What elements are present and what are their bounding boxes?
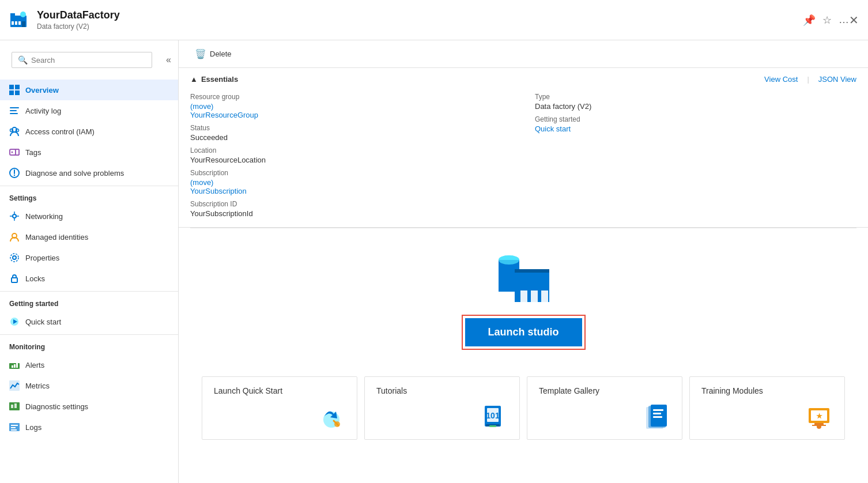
subscription-id-row: Subscription ID YourSubscriptionId [190,198,512,220]
header-title-group: YourDataFactory Data factory (V2) [37,9,794,31]
svg-rect-67 [653,413,661,414]
subscription-id-value: YourSubscriptionId [190,209,512,218]
essentials-left: Resource group (move) YourResourceGroup … [190,90,512,220]
alerts-icon [9,360,20,370]
svg-rect-47 [11,429,17,431]
sidebar-item-logs[interactable]: Logs [0,417,178,437]
close-button[interactable]: ✕ [849,13,859,27]
sidebar-search-row: 🔍 « [0,40,178,80]
status-row: Status Succeeded [190,122,512,144]
tutorials-title: Tutorials [376,386,407,395]
svg-rect-2 [15,21,17,25]
svg-rect-37 [12,365,13,368]
sidebar-item-managed-identities[interactable]: Managed identities [0,227,178,247]
location-value: YourResourceLocation [190,156,512,164]
sidebar-item-label: Diagnostic settings [25,402,88,411]
sidebar-item-label: Managed identities [25,233,88,242]
sidebar-item-locks[interactable]: Locks [0,268,178,289]
svg-rect-39 [16,363,18,368]
sidebar-item-overview[interactable]: Overview [0,80,178,100]
svg-rect-7 [9,85,14,89]
essentials-collapse-icon[interactable]: ▲ [190,75,198,84]
subscription-id-label: Subscription ID [190,200,512,208]
essentials-header: ▲ Essentials View Cost | JSON View [190,75,856,84]
sidebar-item-label: Networking [25,212,63,221]
svg-rect-68 [653,416,662,418]
sidebar: 🔍 « Overview A [0,40,179,483]
svg-rect-46 [11,427,16,428]
launch-quick-start-icon [318,402,345,430]
monitoring-section-label: Monitoring [0,334,178,354]
type-label: Type [535,93,856,101]
sidebar-item-metrics[interactable]: Metrics [0,375,178,396]
svg-rect-42 [11,405,13,408]
sidebar-item-tags[interactable]: Tags [0,142,178,163]
metrics-icon [9,380,20,391]
launch-studio-button[interactable]: Launch studio [465,318,582,346]
svg-rect-1 [12,21,14,25]
status-label: Status [190,124,512,132]
svg-rect-3 [18,21,21,25]
managed-identities-icon [9,232,20,242]
sidebar-item-properties[interactable]: Properties [0,247,178,268]
search-box[interactable]: 🔍 [12,52,152,68]
training-modules-card[interactable]: Training Modules ★ [689,376,845,440]
svg-rect-43 [14,403,17,408]
sidebar-item-label: Activity log [25,107,61,115]
getting-started-value: Quick start [535,124,856,133]
toolbar: 🗑️ Delete [179,40,868,68]
subscription-label: Subscription [190,169,512,177]
essentials-grid: Resource group (move) YourResourceGroup … [190,90,856,220]
essentials-right: Type Data factory (V2) Getting started Q… [535,90,856,220]
move-subscription-link[interactable]: (move) [190,178,213,187]
pin-icon[interactable]: 📌 [803,14,816,27]
getting-started-section-label: Getting started [0,291,178,311]
svg-rect-38 [14,364,16,368]
quick-start-link[interactable]: Quick start [535,124,571,133]
view-cost-link[interactable]: View Cost [764,75,798,84]
svg-rect-52 [520,290,527,302]
sidebar-item-label: Alerts [25,361,44,369]
locks-icon [9,273,20,284]
sidebar-item-diagnostic-settings[interactable]: Diagnostic settings [0,396,178,417]
search-input[interactable] [31,56,146,65]
json-view-link[interactable]: JSON View [818,75,856,84]
template-gallery-card[interactable]: Template Gallery [527,376,682,440]
type-value: Data factory (V2) [535,102,856,111]
svg-point-16 [16,129,19,132]
logs-icon [9,422,20,432]
tags-icon [9,147,20,157]
sidebar-item-access-control[interactable]: Access control (IAM) [0,121,178,142]
more-options-icon[interactable]: … [839,14,849,26]
svg-rect-65 [651,405,667,427]
svg-rect-66 [653,409,663,411]
sidebar-item-label: Properties [25,254,59,262]
svg-point-24 [14,175,15,176]
resource-group-label: Resource group [190,93,512,101]
app-subtitle: Data factory (V2) [37,22,794,31]
svg-rect-62 [489,425,496,427]
factory-icon [489,251,558,309]
svg-point-50 [499,255,519,265]
sidebar-item-networking[interactable]: Networking [0,206,178,227]
sidebar-item-alerts[interactable]: Alerts [0,354,178,375]
getting-started-label: Getting started [535,115,856,123]
location-label: Location [190,146,512,154]
subscription-link[interactable]: YourSubscription [190,187,247,195]
resource-group-link[interactable]: YourResourceGroup [190,111,258,119]
launch-quick-start-card[interactable]: Launch Quick Start [202,376,357,440]
sidebar-item-activity-log[interactable]: Activity log [0,100,178,121]
type-row: Type Data factory (V2) [535,90,856,113]
app-title: YourDataFactory [37,9,794,21]
star-icon[interactable]: ☆ [822,14,832,27]
overview-icon [9,85,20,95]
sidebar-item-quick-start[interactable]: Quick start [0,311,178,332]
move-resource-group-link[interactable]: (move) [190,102,213,111]
training-modules-icon: ★ [805,402,833,430]
tutorials-card[interactable]: Tutorials 101 [364,376,520,440]
collapse-button[interactable]: « [164,52,173,67]
subscription-value: (move) YourSubscription [190,178,512,195]
sidebar-item-diagnose[interactable]: Diagnose and solve problems [0,163,178,183]
getting-started-row: Getting started Quick start [535,113,856,135]
delete-button[interactable]: 🗑️ Delete [188,45,239,63]
